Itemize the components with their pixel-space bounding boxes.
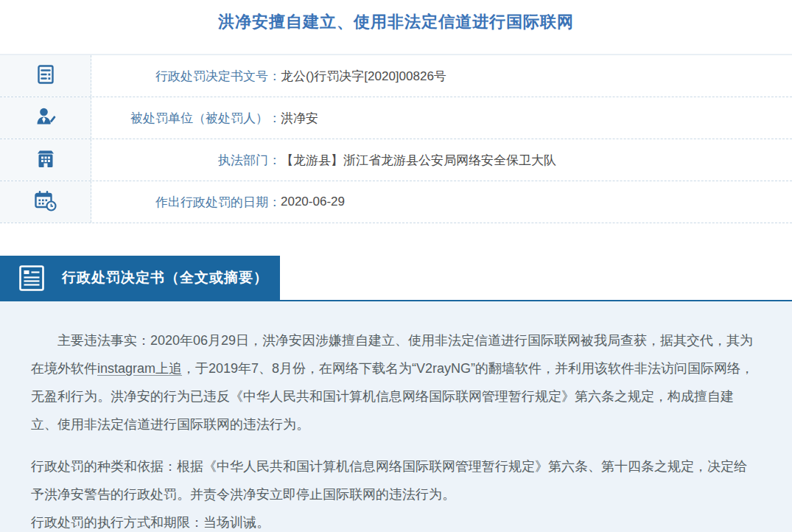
- icon-cell: [0, 97, 91, 139]
- penalty-date-label: 作出行政处罚的日期：: [91, 194, 281, 211]
- icon-cell: [0, 55, 91, 97]
- paragraph-main-facts: 主要违法事实：2020年06月29日，洪净安因涉嫌擅自建立、使用非法定信道进行国…: [31, 326, 760, 438]
- paragraph-penalty-execution: 行政处罚的执行方式和期限：当场训诫。: [31, 508, 760, 532]
- facts-underlined-text: instagram上追: [97, 361, 182, 376]
- icon-cell: [0, 139, 91, 181]
- paragraph-penalty-basis: 行政处罚的种类和依据：根据《中华人民共和国计算机信息网络国际联网管理暂行规定》第…: [31, 452, 760, 508]
- decision-section-title: 行政处罚决定书（全文或摘要）: [62, 268, 268, 287]
- person-pen-icon: [35, 107, 56, 129]
- table-row-penalty-date: 作出行政处罚的日期： 2020-06-29: [0, 181, 792, 223]
- building-icon: [35, 149, 56, 172]
- punished-party-value: 洪净安: [281, 110, 318, 127]
- decision-section-divider: 行政处罚决定书（全文或摘要）: [0, 256, 792, 301]
- table-row-enforcement-department: 执法部门： 【龙游县】浙江省龙游县公安局网络安全保卫大队: [0, 139, 792, 181]
- table-row-punished-party: 被处罚单位（被处罚人）： 洪净安: [0, 97, 792, 139]
- document-number-value: 龙公()行罚决字[2020]00826号: [281, 68, 446, 85]
- icon-cell: [0, 181, 91, 223]
- calendar-clock-icon: [34, 190, 57, 214]
- decision-document-body: 主要违法事实：2020年06月29日，洪净安因涉嫌擅自建立、使用非法定信道进行国…: [0, 301, 792, 532]
- document-number-label: 行政处罚决定书文号：: [91, 68, 281, 85]
- punished-party-label: 被处罚单位（被处罚人）：: [91, 110, 281, 127]
- form-document-icon: [36, 64, 55, 88]
- enforcement-department-label: 执法部门：: [91, 152, 281, 169]
- decision-section-header: 行政处罚决定书（全文或摘要）: [0, 256, 280, 300]
- penalty-date-value: 2020-06-29: [281, 195, 345, 209]
- penalty-info-table: 行政处罚决定书文号： 龙公()行罚决字[2020]00826号 被处罚单位（被处…: [0, 54, 792, 223]
- enforcement-department-value: 【龙游县】浙江省龙游县公安局网络安全保卫大队: [281, 152, 556, 169]
- decision-document-icon: [18, 265, 45, 292]
- table-row-document-number: 行政处罚决定书文号： 龙公()行罚决字[2020]00826号: [0, 55, 792, 97]
- page-title: 洪净安擅自建立、使用非法定信道进行国际联网: [0, 0, 792, 54]
